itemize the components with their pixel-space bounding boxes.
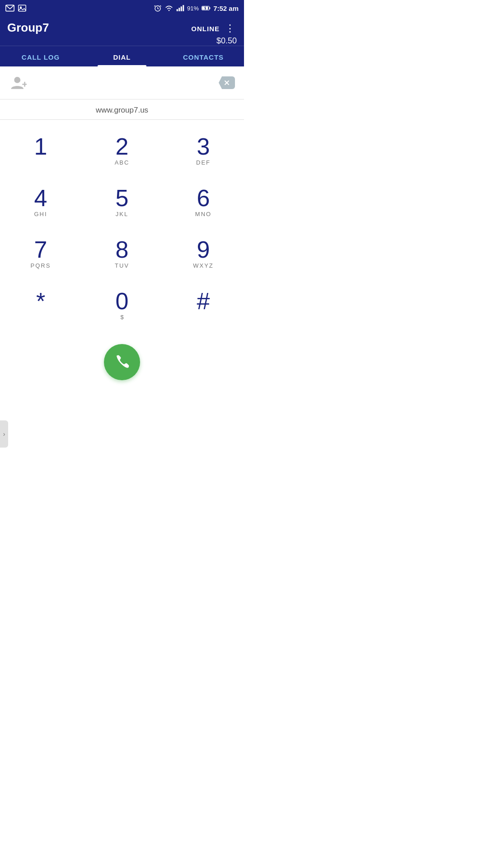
key-letters: WXYZ bbox=[193, 262, 214, 270]
app-header: Group7 ONLINE ⋮ $0.50 bbox=[0, 16, 244, 46]
status-right-icons: 91% 7:52 am bbox=[154, 4, 239, 12]
svg-line-7 bbox=[160, 5, 161, 6]
svg-point-8 bbox=[169, 10, 170, 11]
dialpad: 12ABC3DEF4GHI5JKL6MNO7PQRS8TUV9WXYZ*0$# bbox=[0, 120, 244, 337]
dialpad-key-#[interactable]: # bbox=[167, 281, 239, 330]
website-url: www.group7.us bbox=[0, 99, 244, 120]
more-options-button[interactable]: ⋮ bbox=[223, 21, 237, 36]
mail-icon bbox=[5, 5, 14, 12]
svg-rect-14 bbox=[209, 7, 210, 9]
key-number: 9 bbox=[197, 238, 210, 261]
alarm-icon bbox=[154, 4, 162, 12]
key-number: 2 bbox=[116, 135, 129, 158]
key-number: 8 bbox=[116, 238, 129, 261]
online-status: ONLINE bbox=[191, 25, 220, 33]
svg-rect-11 bbox=[181, 6, 182, 11]
key-letters: GHI bbox=[34, 211, 47, 219]
add-contact-button[interactable] bbox=[7, 72, 29, 94]
key-number: 3 bbox=[197, 135, 210, 158]
key-number: # bbox=[197, 289, 210, 313]
svg-rect-1 bbox=[19, 5, 26, 11]
svg-rect-12 bbox=[183, 5, 184, 11]
svg-rect-10 bbox=[178, 8, 180, 11]
dialpad-row: 4GHI5JKL6MNO bbox=[0, 178, 244, 227]
dialpad-key-4[interactable]: 4GHI bbox=[5, 178, 77, 227]
dialpad-key-2[interactable]: 2ABC bbox=[86, 126, 158, 176]
dialpad-key-3[interactable]: 3DEF bbox=[167, 126, 239, 176]
app-title: Group7 bbox=[7, 21, 49, 39]
key-letters: ABC bbox=[115, 159, 130, 167]
dialpad-key-9[interactable]: 9WXYZ bbox=[167, 229, 239, 279]
image-icon bbox=[18, 5, 26, 12]
dialpad-key-5[interactable]: 5JKL bbox=[86, 178, 158, 227]
side-arrow-button[interactable]: › bbox=[0, 420, 8, 448]
dialpad-key-0[interactable]: 0$ bbox=[86, 281, 158, 330]
dialpad-row: 12ABC3DEF bbox=[0, 126, 244, 176]
key-number: 7 bbox=[34, 238, 47, 261]
signal-icon bbox=[176, 5, 184, 12]
dialpad-key-6[interactable]: 6MNO bbox=[167, 178, 239, 227]
dialpad-key-*[interactable]: * bbox=[5, 281, 77, 330]
key-number: 5 bbox=[116, 186, 129, 210]
key-number: 6 bbox=[197, 186, 210, 210]
tab-call-log[interactable]: CALL LOG bbox=[0, 46, 81, 66]
dialpad-key-1[interactable]: 1 bbox=[5, 126, 77, 176]
phone-icon bbox=[113, 353, 131, 371]
backspace-button[interactable] bbox=[217, 73, 237, 93]
call-button-row bbox=[0, 337, 244, 391]
status-bar: 91% 7:52 am bbox=[0, 0, 244, 16]
tab-contacts[interactable]: CONTACTS bbox=[163, 46, 244, 66]
battery-percent: 91% bbox=[187, 5, 199, 12]
battery-icon bbox=[202, 5, 211, 11]
dialpad-row: *0$# bbox=[0, 281, 244, 330]
key-letters: MNO bbox=[195, 211, 211, 219]
status-left-icons bbox=[5, 5, 26, 12]
call-button[interactable] bbox=[104, 344, 140, 380]
header-right: ONLINE ⋮ $0.50 bbox=[191, 21, 237, 46]
key-number: * bbox=[36, 289, 45, 313]
svg-point-19 bbox=[14, 77, 20, 83]
key-number: 4 bbox=[34, 186, 47, 210]
key-letters: DEF bbox=[196, 159, 211, 167]
dial-input-area bbox=[0, 66, 244, 99]
svg-rect-9 bbox=[177, 9, 178, 11]
dialpad-key-8[interactable]: 8TUV bbox=[86, 229, 158, 279]
header-menu-row: ONLINE ⋮ bbox=[191, 21, 237, 36]
tab-dial[interactable]: DIAL bbox=[81, 46, 163, 66]
dialpad-key-7[interactable]: 7PQRS bbox=[5, 229, 77, 279]
svg-line-6 bbox=[155, 5, 155, 6]
key-number: 0 bbox=[116, 289, 129, 313]
key-sub: $ bbox=[120, 314, 123, 322]
backspace-icon bbox=[219, 76, 235, 89]
key-letters: TUV bbox=[115, 262, 129, 270]
wifi-icon bbox=[164, 5, 174, 12]
key-letters: JKL bbox=[116, 211, 128, 219]
status-time: 7:52 am bbox=[213, 5, 239, 12]
key-number: 1 bbox=[34, 135, 47, 158]
tab-bar: CALL LOG DIAL CONTACTS bbox=[0, 46, 244, 66]
dialpad-row: 7PQRS8TUV9WXYZ bbox=[0, 229, 244, 279]
account-balance: $0.50 bbox=[216, 36, 237, 46]
key-letters: PQRS bbox=[31, 262, 51, 270]
